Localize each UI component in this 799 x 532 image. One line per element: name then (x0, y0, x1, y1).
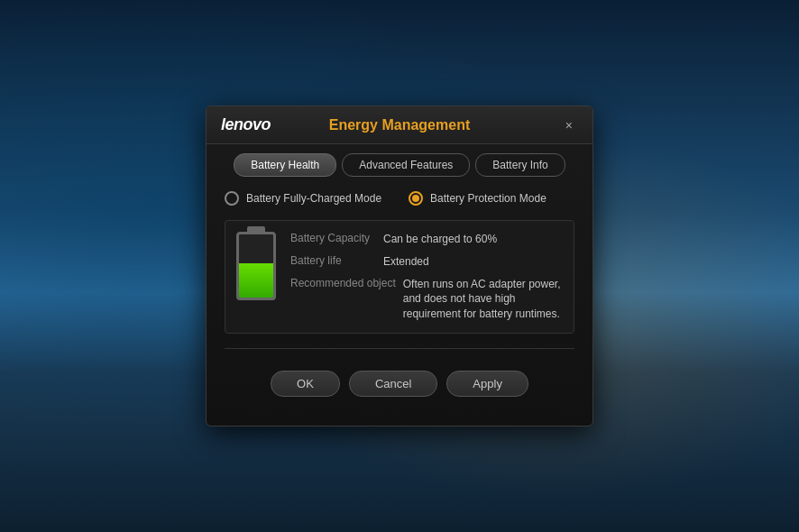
protection-mode-option[interactable]: Battery Protection Mode (409, 191, 546, 206)
tab-bar: Battery Health Advanced Features Battery… (207, 144, 592, 177)
battery-icon (236, 232, 276, 304)
tab-battery-info[interactable]: Battery Info (475, 153, 565, 177)
battery-details: Battery Capacity Can be charged to 60% B… (290, 232, 563, 322)
life-row: Battery life Extended (290, 254, 563, 270)
life-label: Battery life (290, 254, 376, 270)
battery-info-panel: Battery Capacity Can be charged to 60% B… (225, 220, 574, 334)
tab-advanced-features[interactable]: Advanced Features (342, 153, 470, 177)
battery-body (236, 232, 276, 300)
dialog-title: Energy Management (329, 117, 470, 133)
energy-management-dialog: lenovo Energy Management × Battery Healt… (206, 105, 593, 427)
protection-mode-label: Battery Protection Mode (430, 192, 546, 205)
tab-battery-health[interactable]: Battery Health (234, 153, 336, 177)
capacity-row: Battery Capacity Can be charged to 60% (290, 232, 563, 247)
ok-button[interactable]: OK (271, 371, 340, 397)
cancel-button[interactable]: Cancel (349, 371, 437, 397)
recommended-value: Often runs on AC adapter power, and does… (403, 277, 563, 322)
battery-fill (239, 263, 273, 298)
dialog-footer: OK Cancel Apply (225, 362, 574, 411)
fully-charged-mode-option[interactable]: Battery Fully-Charged Mode (225, 191, 381, 206)
close-button[interactable]: × (560, 116, 578, 134)
capacity-value: Can be charged to 60% (383, 232, 563, 247)
fully-charged-radio[interactable] (225, 191, 239, 206)
dialog-body: Battery Fully-Charged Mode Battery Prote… (207, 177, 592, 426)
footer-separator (225, 348, 574, 349)
life-value: Extended (383, 254, 563, 270)
radio-selected-indicator (412, 195, 419, 202)
recommended-label: Recommended object (290, 277, 396, 322)
protection-mode-radio[interactable] (409, 191, 423, 206)
mode-selection: Battery Fully-Charged Mode Battery Prote… (225, 191, 574, 206)
fully-charged-label: Battery Fully-Charged Mode (246, 192, 381, 205)
lenovo-logo: lenovo (221, 115, 271, 134)
dialog-header: lenovo Energy Management × (207, 106, 592, 144)
apply-button[interactable]: Apply (446, 371, 528, 397)
capacity-label: Battery Capacity (290, 232, 376, 247)
recommended-row: Recommended object Often runs on AC adap… (290, 277, 563, 322)
